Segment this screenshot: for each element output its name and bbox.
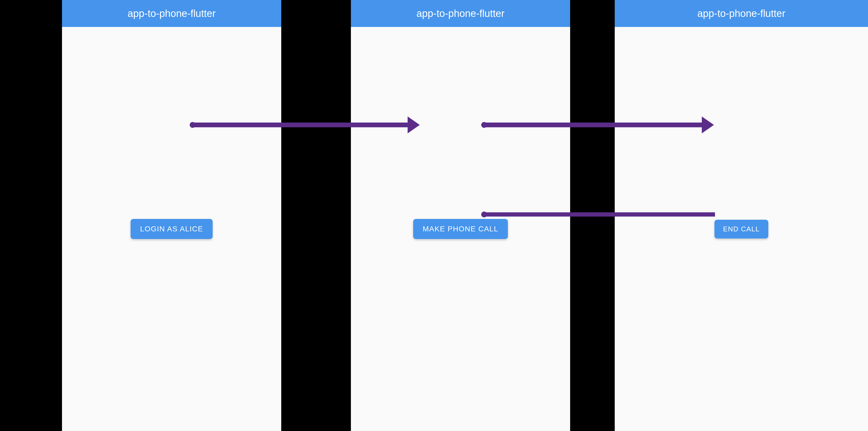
make-phone-call-button[interactable]: MAKE PHONE CALL: [413, 219, 508, 239]
flow-arrow-icon: [483, 122, 705, 127]
screen-login: app-to-phone-flutter LOGIN AS ALICE: [62, 0, 281, 431]
screen-body: MAKE PHONE CALL: [351, 27, 570, 431]
flow-line-icon: [483, 212, 715, 217]
flow-arrow-icon: [191, 122, 410, 127]
app-bar: app-to-phone-flutter: [351, 0, 570, 27]
screen-body: END CALL: [615, 27, 868, 431]
login-as-alice-button[interactable]: LOGIN AS ALICE: [131, 219, 213, 239]
end-call-button[interactable]: END CALL: [714, 220, 768, 238]
app-title: app-to-phone-flutter: [128, 8, 216, 19]
app-title: app-to-phone-flutter: [416, 8, 505, 19]
app-bar: app-to-phone-flutter: [615, 0, 868, 27]
screen-body: LOGIN AS ALICE: [62, 27, 281, 431]
app-bar: app-to-phone-flutter: [62, 0, 281, 27]
app-title: app-to-phone-flutter: [697, 8, 785, 19]
